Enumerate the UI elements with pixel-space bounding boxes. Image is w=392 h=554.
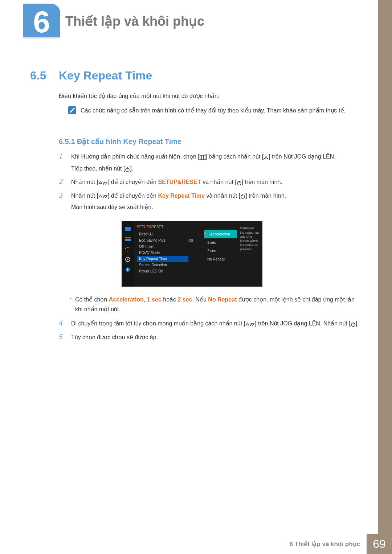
up-icon — [264, 154, 269, 160]
step-3: 3 Nhấn nút [] để di chuyển đến Key Repea… — [59, 191, 359, 212]
osd-value-column: Off — [188, 221, 204, 287]
step-text: và nhấn nút [ — [205, 193, 240, 199]
svg-rect-0 — [200, 155, 205, 160]
svg-rect-11 — [125, 227, 131, 231]
step-text: Nhấn nút [ — [71, 179, 98, 185]
footer: 6 Thiết lập và khôi phục 69 — [0, 534, 392, 554]
footer-page-number: 69 — [367, 534, 392, 554]
power-icon — [237, 180, 242, 185]
osd-title: SETUP&RESET — [137, 225, 188, 229]
note-text: Các chức năng có sẵn trên màn hình có th… — [81, 106, 346, 115]
osd-submenu: Acceleration 1 sec 2 sec No Repeat — [204, 221, 237, 287]
step-number: 1 — [59, 152, 66, 173]
osd-description: Configure the response rate of a button … — [237, 221, 262, 287]
bullet-text: Có thể chọn — [75, 296, 109, 303]
step-text: ] để di chuyển đến — [108, 193, 158, 199]
svg-text:i: i — [127, 268, 128, 272]
keyword: 1 sec — [147, 296, 162, 303]
step-1: 1 Khi Hướng dẫn phím chức năng xuất hiện… — [59, 152, 359, 173]
osd-sub-item-selected: Acceleration — [204, 230, 237, 238]
picture-icon — [124, 237, 131, 242]
section-intro: Điều khiển tốc độ đáp ứng của một nút kh… — [59, 93, 219, 99]
osd-item: Source Detection — [137, 262, 188, 268]
step-text: Di chuyển trọng tâm tới tùy chọn mong mu… — [71, 320, 245, 327]
svg-line-8 — [103, 194, 104, 198]
settings-icon — [124, 257, 131, 262]
osd-item: Off Timer — [137, 243, 188, 250]
menu-icon — [200, 154, 205, 160]
step-number: 4 — [59, 319, 66, 328]
step-5: 5 Tùy chọn được chọn sẽ được áp. — [59, 332, 359, 342]
step-number: 3 — [59, 191, 66, 212]
section-title: Key Repeat Time — [59, 69, 152, 82]
sidebar-stripe — [378, 0, 392, 554]
power-icon — [125, 166, 130, 172]
step-number: 5 — [59, 332, 66, 342]
step-text: ] trên Nút JOG dạng LÊN. Nhấn nút [ — [255, 320, 351, 327]
osd-value: Off — [188, 238, 204, 244]
section-number: 6.5 — [30, 69, 46, 82]
footer-label: 6 Thiết lập và khôi phục — [283, 534, 367, 554]
osd-sub-item: 1 sec — [204, 238, 237, 247]
bullet-dot-icon: • — [70, 295, 72, 314]
osd-sub-item: 2 sec — [204, 247, 237, 255]
step-text: ] để di chuyển đến — [108, 179, 158, 185]
osd-sub-item: No Repeat — [204, 255, 237, 263]
subsection-heading: 6.5.1 Đặt cấu hình Key Repeat Time — [59, 137, 181, 146]
svg-rect-13 — [125, 239, 131, 240]
osd-menu: SETUP&RESET Reset All Eco Saving Plus Of… — [134, 221, 188, 287]
chapter-title: Thiết lập và khôi phục — [65, 14, 204, 29]
brightness-icon — [124, 226, 131, 231]
osd-item: Power LED On — [137, 268, 188, 274]
screen-icon — [124, 247, 131, 252]
osd-screenshot: i SETUP&RESET Reset All Eco Saving Plus … — [122, 221, 262, 287]
info-icon: i — [124, 267, 131, 272]
up-down-icon — [98, 193, 108, 199]
svg-point-17 — [127, 259, 128, 260]
svg-rect-14 — [125, 240, 131, 241]
svg-rect-12 — [125, 237, 131, 238]
up-down-icon — [98, 180, 108, 185]
keyword: Acceleration — [109, 296, 144, 303]
step-2: 2 Nhấn nút [] để di chuyển đến SETUP&RES… — [59, 177, 359, 187]
osd-item: Eco Saving Plus — [137, 237, 188, 243]
step-text: ] trên Nút JOG dạng LÊN. — [269, 153, 335, 160]
bullet-text: hoặc — [162, 296, 178, 303]
svg-line-20 — [250, 323, 251, 326]
step-text: ]. — [130, 165, 133, 172]
step-text: Khi Hướng dẫn phím chức năng xuất hiện, … — [71, 153, 200, 160]
svg-rect-15 — [126, 247, 130, 251]
bullet-text: . Nếu — [192, 296, 208, 303]
bullet-item: • Có thể chọn Acceleration, 1 sec hoặc 2… — [70, 295, 359, 314]
step-text: ] trên màn hình. — [245, 193, 286, 199]
keyword: SETUP&RESET — [158, 179, 201, 185]
step-number: 2 — [59, 177, 66, 187]
step-text: Màn hình sau đây sẽ xuất hiện. — [71, 204, 153, 210]
osd-item: Reset All — [137, 231, 188, 237]
power-icon — [351, 321, 356, 327]
step-text: và nhấn nút [ — [201, 179, 237, 185]
osd-icon-column: i — [122, 221, 134, 287]
up-down-icon — [245, 321, 255, 327]
step-text: ] bằng cách nhấn nút [ — [205, 153, 264, 160]
chapter-badge: 6 — [23, 4, 60, 40]
keyword: No Repeat — [208, 296, 237, 303]
step-text: ] trên màn hình. — [242, 179, 282, 185]
step-text: Tiếp theo, nhấn nút [ — [71, 165, 125, 172]
keyword: Key Repeat Time — [158, 193, 205, 199]
note-icon — [68, 106, 76, 114]
step-text: Nhấn nút [ — [71, 193, 98, 199]
keyword: 2 sec — [178, 296, 192, 303]
step-4: 4 Di chuyển trọng tâm tới tùy chọn mong … — [59, 319, 359, 328]
bullet-text: , — [144, 296, 147, 303]
osd-item-selected: Key Repeat Time — [137, 256, 188, 262]
step-text: ]. — [356, 320, 359, 327]
note-row: Các chức năng có sẵn trên màn hình có th… — [68, 106, 359, 115]
power-icon — [240, 193, 245, 199]
step-text: Tùy chọn được chọn sẽ được áp. — [71, 332, 158, 342]
osd-item: PC/AV Mode — [137, 250, 188, 256]
svg-line-5 — [103, 181, 104, 185]
